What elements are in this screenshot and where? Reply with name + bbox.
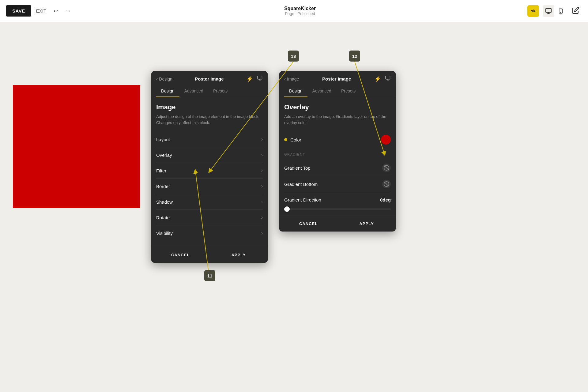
tab-presets-right[interactable]: Presets <box>336 85 360 97</box>
sk-logo: sk <box>527 5 539 17</box>
lightning-icon-right[interactable]: ⚡ <box>374 76 381 82</box>
menu-item-layout-label: Layout <box>156 137 170 142</box>
menu-item-overlay-label: Overlay <box>156 153 172 158</box>
redo-icon: ↪ <box>66 8 70 14</box>
panel-right-title: Poster Image <box>299 76 374 81</box>
gradient-direction-value: 0deg <box>380 197 391 202</box>
panel-left-icons: ⚡ <box>246 75 263 82</box>
panel-right-footer: CANCEL APPLY <box>279 216 396 232</box>
desktop-view-button[interactable] <box>543 5 554 17</box>
screen-icon-left[interactable] <box>257 75 263 82</box>
exit-button[interactable]: EXIT <box>36 8 46 13</box>
gradient-direction-slider[interactable] <box>284 209 391 209</box>
menu-item-filter[interactable]: Filter › <box>156 163 263 179</box>
cancel-button-left[interactable]: CANCEL <box>151 247 209 263</box>
panel-right-section-desc: Add an overlay to the image. Gradients l… <box>284 114 391 126</box>
gradient-top-circle <box>384 165 389 171</box>
slider-track <box>284 209 391 209</box>
gradient-section-label: GRADIENT <box>284 153 391 156</box>
menu-item-shadow[interactable]: Shadow › <box>156 194 263 210</box>
panel-left-body: Image Adjust the design of the image ele… <box>151 97 268 247</box>
menu-item-border-label: Border <box>156 184 170 189</box>
screen-icon-right[interactable] <box>385 75 391 82</box>
panel-right-section-title: Overlay <box>284 103 391 111</box>
color-row: Color <box>284 132 391 148</box>
panel-right-header: ‹ Image Poster Image ⚡ <box>279 71 396 82</box>
gradient-bottom-circle <box>384 181 389 187</box>
color-label-group: Color <box>284 137 301 142</box>
menu-item-rotate[interactable]: Rotate › <box>156 210 263 225</box>
tab-design-left[interactable]: Design <box>156 85 179 97</box>
gradient-bottom-toggle[interactable] <box>382 180 391 188</box>
menu-item-filter-label: Filter <box>156 168 166 173</box>
menu-item-overlay[interactable]: Overlay › <box>156 147 263 163</box>
cancel-button-right[interactable]: CANCEL <box>279 216 337 232</box>
mobile-icon <box>558 8 564 14</box>
panel-left-section-title: Image <box>156 103 263 111</box>
svg-rect-0 <box>546 8 551 12</box>
lightning-icon-left[interactable]: ⚡ <box>246 76 253 82</box>
chevron-right-filter-icon: › <box>261 168 263 173</box>
color-dot-indicator <box>284 138 287 141</box>
overlay-panel: ‹ Image Poster Image ⚡ Design Advanced P… <box>279 71 396 232</box>
menu-item-border[interactable]: Border › <box>156 179 263 194</box>
topbar: SAVE EXIT ↩ ↪ SquareKicker Page · Publis… <box>0 0 588 22</box>
svg-point-4 <box>560 12 561 13</box>
menu-item-layout[interactable]: Layout › <box>156 132 263 147</box>
apply-button-right[interactable]: APPLY <box>337 216 396 232</box>
panel-left-tabs: Design Advanced Presets <box>151 85 268 97</box>
color-swatch-button[interactable] <box>381 135 391 145</box>
chevron-right-border-icon: › <box>261 183 263 189</box>
panel-right-icons: ⚡ <box>374 75 391 82</box>
chevron-right-layout-icon: › <box>261 137 263 142</box>
chevron-right-overlay-icon: › <box>261 152 263 158</box>
save-button[interactable]: SAVE <box>6 5 31 17</box>
undo-redo-group: ↩ ↪ <box>51 6 73 16</box>
tab-design-right[interactable]: Design <box>284 85 307 97</box>
badge-13: 13 <box>288 51 299 62</box>
undo-button[interactable]: ↩ <box>51 6 61 16</box>
mobile-view-button[interactable] <box>556 5 566 17</box>
menu-item-rotate-label: Rotate <box>156 215 170 220</box>
edit-icon <box>572 7 579 14</box>
gradient-top-toggle[interactable] <box>382 164 391 172</box>
redo-button[interactable]: ↪ <box>63 6 73 16</box>
badge-11: 11 <box>204 270 215 281</box>
color-label: Color <box>290 137 301 142</box>
topbar-right: sk <box>527 4 582 17</box>
panel-left-section-desc: Adjust the design of the image element i… <box>156 114 263 126</box>
back-design-label: Design <box>159 77 172 81</box>
topbar-center: SquareKicker Page · Published <box>73 6 527 16</box>
edit-mode-button[interactable] <box>570 4 582 17</box>
back-chevron-icon: ‹ <box>156 76 158 82</box>
gradient-bottom-label: Gradient Bottom <box>284 182 318 187</box>
back-to-image-link[interactable]: ‹ Image <box>284 76 299 82</box>
topbar-title: SquareKicker <box>73 6 527 11</box>
gradient-bottom-row: Gradient Bottom <box>284 176 391 192</box>
image-block[interactable] <box>13 85 140 208</box>
menu-item-shadow-label: Shadow <box>156 199 173 205</box>
gradient-top-row: Gradient Top <box>284 160 391 176</box>
apply-button-left[interactable]: APPLY <box>209 247 268 263</box>
chevron-right-shadow-icon: › <box>261 199 263 205</box>
canvas-area: ‹ Design Poster Image ⚡ Design Advanced … <box>0 22 588 392</box>
panel-left-title: Poster Image <box>172 76 246 81</box>
panel-left-footer: CANCEL APPLY <box>151 247 268 263</box>
svg-rect-8 <box>386 76 390 79</box>
gradient-direction-row: Gradient Direction 0deg <box>284 194 391 206</box>
back-chevron-right-icon: ‹ <box>284 76 286 82</box>
gradient-top-label: Gradient Top <box>284 165 311 171</box>
undo-icon: ↩ <box>54 8 58 14</box>
topbar-subtitle: Page · Published <box>73 11 527 16</box>
badge-12: 12 <box>349 51 360 62</box>
slider-thumb[interactable] <box>284 206 290 212</box>
back-to-design-link[interactable]: ‹ Design <box>156 76 172 82</box>
svg-rect-5 <box>258 76 262 79</box>
menu-item-visibility[interactable]: Visibility › <box>156 225 263 241</box>
panel-left-header: ‹ Design Poster Image ⚡ <box>151 71 268 82</box>
design-panel: ‹ Design Poster Image ⚡ Design Advanced … <box>151 71 268 263</box>
tab-advanced-right[interactable]: Advanced <box>307 85 336 97</box>
panel-right-tabs: Design Advanced Presets <box>279 85 396 97</box>
tab-advanced-left[interactable]: Advanced <box>179 85 208 97</box>
tab-presets-left[interactable]: Presets <box>208 85 232 97</box>
